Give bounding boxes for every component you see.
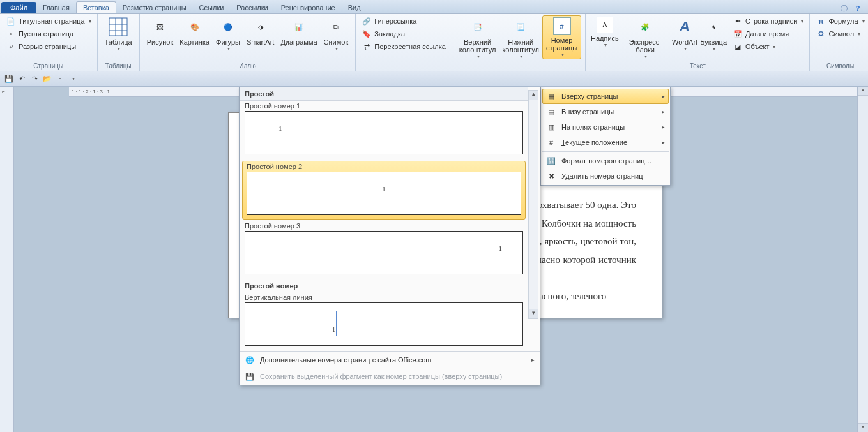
symbol-button[interactable]: ΩСимвол [814, 28, 866, 40]
scroll-up-icon[interactable]: ▴ [858, 87, 868, 96]
submenu-current-position[interactable]: #Текущее положение▸ [542, 135, 669, 150]
screenshot-label: Снимок [324, 38, 349, 46]
picture-button[interactable]: 🖼Рисунок [144, 15, 177, 47]
tab-home[interactable]: Главная [36, 2, 76, 13]
ribbon: 📄Титульная страница ▫Пустая страница ⤶Ра… [0, 14, 868, 71]
minimize-ribbon-icon[interactable]: ⓘ [839, 3, 849, 13]
footer-button[interactable]: 📃Нижний колонтитул [499, 15, 542, 61]
object-button[interactable]: ◪Объект [731, 41, 805, 52]
save-icon[interactable]: 💾 [4, 74, 14, 84]
redo-icon[interactable]: ↷ [29, 74, 40, 84]
dropcap-button[interactable]: 𝐀Буквица [699, 15, 728, 53]
shapes-button[interactable]: 🔵Фигуры [213, 15, 243, 53]
group-headerfooter: 📑Верхний колонтитул 📃Нижний колонтитул #… [452, 14, 586, 71]
tab-review[interactable]: Рецензирование [275, 2, 342, 13]
submenu-bottom-of-page[interactable]: ▤Внизу страницы▸ [542, 104, 669, 119]
bookmark-button[interactable]: 🔖Закладка [360, 28, 448, 40]
gallery-more-office[interactable]: 🌐Дополнительные номера страниц с сайта O… [240, 352, 540, 368]
chart-button[interactable]: 📊Диаграмма [277, 15, 320, 47]
equation-icon: π [816, 16, 826, 26]
blank-page-label: Пустая страница [19, 30, 73, 38]
submenu-format-label: Формат номеров страниц… [561, 157, 651, 165]
chart-label: Диаграмма [280, 38, 317, 46]
cover-page-button[interactable]: 📄Титульная страница [4, 15, 93, 27]
sigline-button[interactable]: ✒Строка подписи [731, 15, 805, 27]
page-number-label: Номер страницы [546, 36, 577, 52]
tab-references[interactable]: Ссылки [193, 2, 231, 13]
equation-button[interactable]: πФормула [814, 15, 866, 27]
page-break-button[interactable]: ⤶Разрыв страницы [4, 41, 93, 52]
gallery-item-simple2[interactable]: Простой номер 2 [242, 161, 526, 220]
hyperlink-button[interactable]: 🔗Гиперссылка [360, 15, 448, 27]
header-button[interactable]: 📑Верхний колонтитул [456, 15, 499, 61]
datetime-button[interactable]: 📅Дата и время [731, 28, 805, 40]
current-pos-icon: # [546, 137, 556, 147]
crossref-icon: ⇄ [362, 41, 372, 52]
textbox-button[interactable]: AНадпись [590, 15, 620, 49]
office-icon: 🌐 [245, 355, 255, 365]
scroll-down-icon[interactable]: ▾ [858, 423, 868, 432]
submenu-format-numbers[interactable]: 🔢Формат номеров страниц… [542, 153, 669, 168]
smartart-icon: ⬗ [250, 17, 271, 37]
remove-num-icon: ✖ [546, 171, 556, 181]
tab-page-layout[interactable]: Разметка страницы [116, 2, 193, 13]
page-number-icon: # [553, 17, 571, 35]
submenu-remove-label: Удалить номера страниц [561, 172, 643, 180]
tab-insert[interactable]: Вставка [76, 1, 116, 13]
picture-icon: 🖼 [149, 17, 170, 37]
document-scrollbar[interactable]: ▴ ▾ [857, 87, 868, 432]
dropcap-icon: 𝐀 [703, 17, 724, 37]
new-icon[interactable]: ▫ [55, 74, 65, 84]
hyperlink-label: Гиперссылка [374, 17, 416, 25]
gallery-item-simple3[interactable]: Простой номер 3 [240, 221, 528, 279]
smartart-button[interactable]: ⬗SmartArt [243, 15, 277, 47]
gallery-save-label: Сохранить выделенный фрагмент как номер … [260, 373, 502, 380]
group-pages-label: Страницы [4, 61, 93, 71]
gallery-item-vline[interactable]: Вертикальная линия [240, 292, 528, 351]
wordart-button[interactable]: AWordArt [671, 15, 699, 53]
help-icon[interactable]: ? [853, 3, 863, 13]
gallery-item-simple1[interactable]: Простой номер 1 [240, 101, 528, 160]
screenshot-button[interactable]: ⧉Снимок [321, 15, 352, 53]
textbox-label: Надпись [591, 34, 619, 42]
gallery-section-simple: Простой [240, 87, 528, 101]
tab-file[interactable]: Файл [1, 2, 36, 13]
document-area: ⌐ 1 · 1 · 2 · 1 · 3 · 1 и и цвета я чело… [0, 87, 868, 432]
group-links-label [360, 61, 448, 71]
gallery-save-selection: 💾Сохранить выделенный фрагмент как номер… [240, 368, 540, 385]
textbox-icon: A [597, 17, 613, 33]
gallery-section-simplenum: Простой номер [240, 279, 528, 292]
datetime-label: Дата и время [745, 30, 789, 38]
tab-bar: Файл Главная Вставка Разметка страницы С… [0, 0, 868, 14]
gallery-scrollbar[interactable]: ▴ ▾ [528, 90, 538, 319]
top-page-icon: ▤ [546, 91, 556, 101]
clipart-button[interactable]: 🎨Картинка [176, 15, 213, 47]
bottom-page-icon: ▤ [546, 107, 556, 117]
blank-page-icon: ▫ [6, 29, 16, 39]
quickparts-button[interactable]: 🧩Экспресс-блоки [620, 15, 671, 61]
qat-customize-icon[interactable] [68, 74, 78, 84]
blank-page-button[interactable]: ▫Пустая страница [4, 28, 93, 40]
bookmark-label: Закладка [374, 30, 405, 38]
submenu-top-of-page[interactable]: ▤Вверху страницы▸ [542, 89, 669, 104]
tab-mailings[interactable]: Рассылки [230, 2, 274, 13]
cover-page-label: Титульная страница [19, 17, 85, 25]
ruler-vertical[interactable]: ⌐ [0, 87, 14, 432]
submenu-remove-numbers[interactable]: ✖Удалить номера страниц [542, 168, 669, 184]
symbol-label: Символ [828, 30, 854, 38]
crossref-button[interactable]: ⇄Перекрестная ссылка [360, 41, 448, 52]
cover-page-icon: 📄 [6, 16, 16, 26]
submenu-page-margins[interactable]: ▥На полях страницы▸ [542, 119, 669, 135]
table-icon [108, 17, 128, 37]
group-symbols-label: Символы [814, 61, 866, 71]
undo-icon[interactable]: ↶ [17, 74, 27, 84]
page-number-button[interactable]: #Номер страницы [542, 15, 581, 59]
open-icon[interactable]: 📂 [42, 74, 52, 84]
equation-label: Формула [828, 17, 858, 25]
tab-view[interactable]: Вид [342, 2, 367, 13]
scroll-up-icon[interactable]: ▴ [529, 91, 538, 100]
table-button[interactable]: Таблица [102, 15, 135, 53]
group-tables-label: Таблицы [102, 61, 135, 71]
scroll-down-icon[interactable]: ▾ [529, 309, 538, 318]
shapes-icon: 🔵 [218, 17, 238, 37]
